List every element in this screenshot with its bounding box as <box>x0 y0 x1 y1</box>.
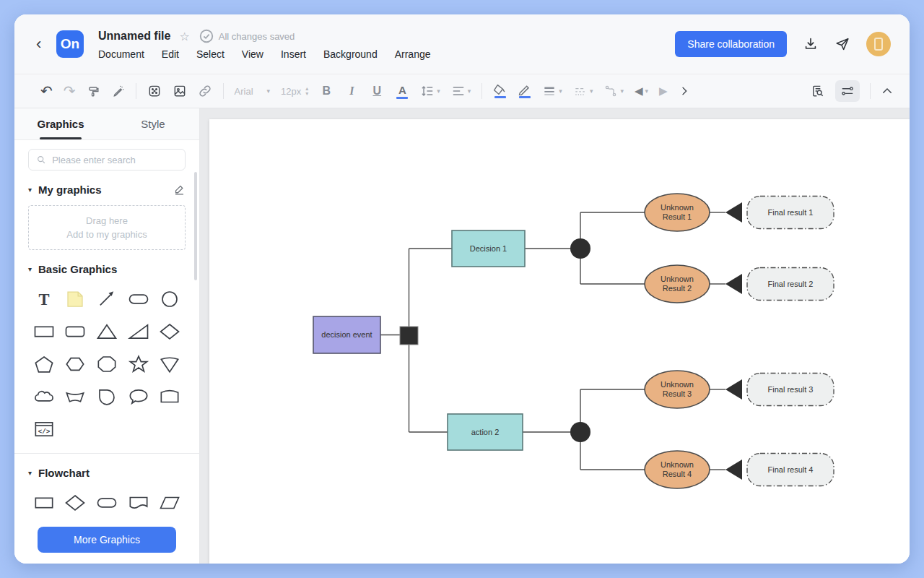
shape-pill[interactable] <box>126 288 152 310</box>
shape-arrow[interactable] <box>94 288 120 310</box>
shape-diamond[interactable] <box>157 321 183 342</box>
properties-panel-toggle[interactable] <box>835 80 860 102</box>
insert-image-icon[interactable] <box>173 84 187 98</box>
send-icon[interactable] <box>834 36 850 52</box>
my-graphics-header[interactable]: ▾ My graphics <box>28 184 186 196</box>
undo-icon[interactable]: ↶ <box>40 84 53 98</box>
shape-parallelogram[interactable] <box>157 492 183 514</box>
shape-card[interactable] <box>157 386 183 407</box>
back-icon[interactable]: ‹ <box>36 36 56 52</box>
shape-pentagon[interactable] <box>31 353 57 375</box>
node-decision-1[interactable]: Decision 1 <box>452 230 525 267</box>
shape-process[interactable] <box>31 492 57 514</box>
shape-sticky-note[interactable] <box>62 288 88 310</box>
line-color-button[interactable] <box>518 84 531 98</box>
node-decision-event[interactable]: decision event <box>313 316 380 353</box>
collapse-toolbar-icon[interactable] <box>881 85 894 98</box>
more-tools-chevron-icon[interactable] <box>679 85 690 97</box>
chevron-down-icon: ▾ <box>645 87 649 95</box>
shape-right-triangle[interactable] <box>126 321 152 342</box>
menu-background[interactable]: Background <box>323 48 378 60</box>
tab-style[interactable]: Style <box>107 108 199 139</box>
arrow-start-button[interactable]: ◀▾ <box>635 85 648 98</box>
user-avatar[interactable] <box>866 32 891 56</box>
sidebar-scrollbar[interactable] <box>194 172 197 280</box>
line-width-button[interactable]: ▾ <box>542 85 562 98</box>
document-title[interactable]: Unnamed file <box>98 30 170 43</box>
collapse-caret-icon[interactable]: ▾ <box>28 186 32 194</box>
shape-triangle[interactable] <box>94 321 120 342</box>
collapse-caret-icon[interactable]: ▾ <box>28 265 32 273</box>
node-label: Final result 1 <box>768 208 814 217</box>
flowchart-header[interactable]: ▾ Flowchart <box>28 467 186 479</box>
result-cluster-1[interactable]: Unknown Result 1 Final result 1 <box>645 194 834 231</box>
collapse-caret-icon[interactable]: ▾ <box>28 469 32 477</box>
basic-graphics-header[interactable]: ▾ Basic Graphics <box>28 263 186 275</box>
my-graphics-dropzone[interactable]: Drag here Add to my graphics <box>28 205 186 250</box>
stepper-arrows-icon[interactable]: ▴▾ <box>305 86 308 96</box>
chance-circle-node[interactable] <box>570 238 590 259</box>
menu-arrange[interactable]: Arrange <box>395 48 431 60</box>
text-align-button[interactable]: ▾ <box>451 84 471 98</box>
shape-rectangle[interactable] <box>31 321 57 342</box>
shape-teardrop[interactable] <box>94 386 120 407</box>
tab-graphics[interactable]: Graphics <box>14 108 107 139</box>
arrow-end-button[interactable]: ▶ <box>659 85 668 98</box>
menu-document[interactable]: Document <box>98 48 144 60</box>
shape-terminator[interactable] <box>94 492 120 514</box>
app-logo[interactable]: On <box>56 30 84 58</box>
font-family-value: Arial <box>235 86 253 97</box>
search-input[interactable] <box>52 155 178 165</box>
shape-text[interactable]: T <box>31 288 57 310</box>
shape-cone[interactable] <box>157 353 183 375</box>
insert-link-icon[interactable] <box>198 84 212 98</box>
node-action-2[interactable]: action 2 <box>448 414 523 450</box>
check-circle-icon <box>199 28 214 44</box>
shape-octagon[interactable] <box>94 353 120 375</box>
search-icon <box>36 154 46 165</box>
fork-square-node[interactable] <box>400 327 418 345</box>
chevron-down-icon: ▾ <box>468 87 471 95</box>
result-cluster-3[interactable]: Unknown Result 3 Final result 3 <box>645 371 834 408</box>
shape-cloud[interactable] <box>31 386 57 407</box>
share-collaboration-button[interactable]: Share collaboration <box>675 31 787 57</box>
shape-trapezoid[interactable] <box>62 386 88 407</box>
redo-icon[interactable]: ↷ <box>64 84 76 98</box>
shape-hexagon[interactable] <box>62 353 88 375</box>
chance-circle-node[interactable] <box>570 422 590 442</box>
style-brush-icon[interactable] <box>111 85 125 98</box>
pattern-fill-icon[interactable] <box>147 84 162 98</box>
menu-view[interactable]: View <box>242 48 263 60</box>
connector-type-button[interactable]: ▾ <box>603 84 624 98</box>
canvas-page[interactable]: decision event Decision 1 action 2 <box>209 119 910 564</box>
menu-edit[interactable]: Edit <box>162 48 179 60</box>
shape-speech-bubble[interactable] <box>126 386 152 407</box>
shape-search[interactable] <box>28 149 186 171</box>
more-graphics-button[interactable]: More Graphics <box>38 527 176 553</box>
shape-code-block[interactable]: </> <box>31 418 57 440</box>
download-icon[interactable] <box>803 36 819 52</box>
shape-decision[interactable] <box>62 492 88 514</box>
italic-button[interactable]: I <box>344 85 359 98</box>
line-style-button[interactable]: ▾ <box>573 85 593 98</box>
bold-button[interactable]: B <box>319 85 334 98</box>
find-replace-icon[interactable] <box>811 84 825 98</box>
result-cluster-2[interactable]: Unknown Result 2 Final result 2 <box>645 265 834 303</box>
result-cluster-4[interactable]: Unknown Result 4 Final result 4 <box>645 451 834 488</box>
font-size-stepper[interactable]: 12px▴▾ <box>281 86 308 97</box>
line-height-button[interactable]: ▾ <box>420 84 440 98</box>
favorite-star-icon[interactable]: ☆ <box>179 30 189 43</box>
underline-button[interactable]: U <box>370 85 384 98</box>
font-color-button[interactable]: A <box>395 84 409 99</box>
shape-circle[interactable] <box>157 288 183 310</box>
menu-insert[interactable]: Insert <box>281 48 306 60</box>
fill-color-button[interactable] <box>493 84 507 98</box>
shape-document[interactable] <box>126 492 152 514</box>
toolbar-divider <box>136 83 136 99</box>
menu-select[interactable]: Select <box>196 48 225 60</box>
font-family-select[interactable]: Arial▾ <box>235 86 271 97</box>
shape-star[interactable] <box>126 353 152 375</box>
edit-pencil-icon[interactable] <box>173 184 186 196</box>
shape-rounded-rectangle[interactable] <box>62 321 88 342</box>
format-painter-icon[interactable] <box>87 85 100 98</box>
